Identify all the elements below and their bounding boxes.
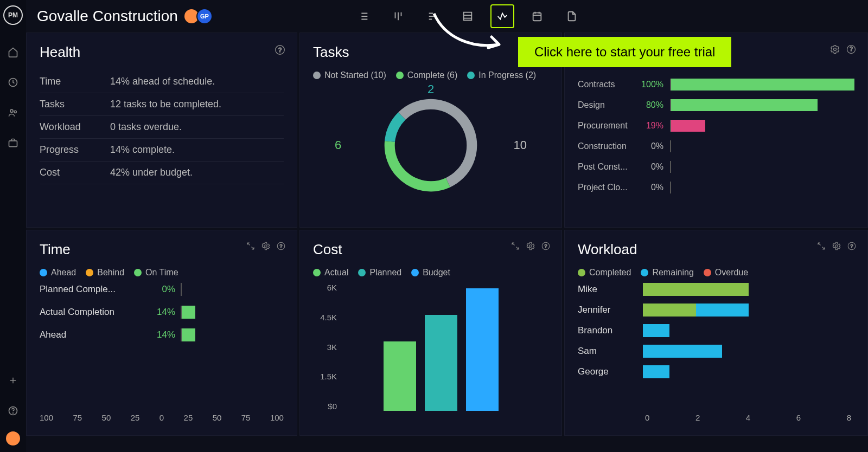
collaborator-avatars[interactable]: GP xyxy=(187,8,213,24)
workload-name: Jennifer xyxy=(578,305,643,315)
health-value: 42% under budget. xyxy=(110,167,193,178)
time-value: 14% xyxy=(148,307,175,318)
svg-text:?: ? xyxy=(850,46,853,52)
add-icon[interactable] xyxy=(2,370,24,391)
recent-icon[interactable] xyxy=(2,72,24,93)
expand-icon[interactable] xyxy=(816,241,826,251)
settings-icon[interactable] xyxy=(526,241,535,251)
legend-label: Behind xyxy=(97,268,124,277)
workload-name: George xyxy=(578,366,643,377)
legend-dot xyxy=(313,72,321,79)
workload-seg xyxy=(696,304,749,317)
settings-icon[interactable] xyxy=(832,241,841,251)
progress-name: Construction xyxy=(578,141,632,151)
progress-name: Procurement xyxy=(578,121,632,131)
workload-row: Jennifer xyxy=(578,304,854,317)
help-icon[interactable]: ? xyxy=(847,241,857,251)
progress-row: Post Const... 0% xyxy=(578,161,854,173)
legend-item[interactable]: Actual xyxy=(313,268,348,277)
workload-seg xyxy=(643,365,669,378)
progress-rows: Contracts 100% Design 80% Procurement 19… xyxy=(578,79,854,193)
home-icon[interactable] xyxy=(2,41,24,63)
settings-icon[interactable] xyxy=(261,241,271,251)
axis-tick: 25 xyxy=(131,413,140,422)
view-sheet-icon[interactable] xyxy=(456,4,480,28)
legend-item[interactable]: Not Started (10) xyxy=(313,70,386,80)
legend-dot xyxy=(40,269,47,276)
free-trial-cta[interactable]: Click here to start your free trial xyxy=(518,37,731,67)
time-name: Ahead xyxy=(40,330,148,340)
workload-row: Mike xyxy=(578,283,854,296)
legend-item[interactable]: Planned xyxy=(358,268,401,277)
legend-item[interactable]: Behind xyxy=(86,268,124,277)
legend-dot xyxy=(86,269,93,276)
legend-dot xyxy=(467,72,475,79)
axis-tick: 1.5K xyxy=(313,372,337,381)
workload-bar xyxy=(643,324,854,337)
workload-bar xyxy=(643,283,854,296)
card-title-tasks: Tasks xyxy=(313,44,548,61)
avatar-collaborator-2[interactable]: GP xyxy=(196,8,213,24)
view-list-icon[interactable] xyxy=(352,4,375,28)
tasks-donut-chart: 2 6 10 xyxy=(313,86,548,205)
dashboard-grid: Health ? Time14% ahead of schedule.Tasks… xyxy=(26,33,868,452)
app-logo[interactable]: PM xyxy=(3,5,23,25)
portfolio-icon[interactable] xyxy=(2,132,24,154)
legend-label: Planned xyxy=(369,268,401,277)
legend-item[interactable]: Completed xyxy=(578,268,631,277)
help-icon[interactable]: ? xyxy=(846,44,857,55)
legend-item[interactable]: In Progress (2) xyxy=(467,70,536,80)
time-name: Planned Comple... xyxy=(40,284,148,295)
svg-point-19 xyxy=(529,245,532,248)
legend-item[interactable]: Ahead xyxy=(40,268,76,277)
project-title: Govalle Construction xyxy=(37,8,178,25)
legend-item[interactable]: Budget xyxy=(411,268,450,277)
settings-icon[interactable] xyxy=(829,44,840,55)
help-icon[interactable] xyxy=(2,400,24,422)
view-gantt-icon[interactable] xyxy=(421,4,445,28)
expand-icon[interactable] xyxy=(510,241,520,251)
legend-item[interactable]: On Time xyxy=(134,268,178,277)
legend-item[interactable]: Overdue xyxy=(704,268,748,277)
help-icon[interactable]: ? xyxy=(276,241,286,251)
progress-bar xyxy=(670,79,854,91)
time-axis: 1007550250255075100 xyxy=(40,413,284,422)
axis-tick: 50 xyxy=(102,413,111,422)
top-bar: Govalle Construction GP xyxy=(26,0,868,33)
legend-item[interactable]: Complete (6) xyxy=(396,70,457,80)
card-title-health: Health xyxy=(40,44,284,61)
donut-label-left: 6 xyxy=(335,138,341,152)
help-icon[interactable]: ? xyxy=(541,241,551,251)
workload-row: Sam xyxy=(578,345,854,358)
legend-label: In Progress (2) xyxy=(478,70,536,80)
progress-bar xyxy=(670,140,854,152)
svg-point-13 xyxy=(834,48,837,51)
workload-row: George xyxy=(578,365,854,378)
time-value: 14% xyxy=(148,330,175,340)
progress-row: Design 80% xyxy=(578,99,854,111)
view-files-icon[interactable] xyxy=(560,4,584,28)
cost-chart: 6K4.5K3K1.5K$0 xyxy=(313,283,548,424)
progress-value: 0% xyxy=(639,162,663,172)
view-dashboard-icon[interactable] xyxy=(490,4,514,28)
time-row: Ahead 14% xyxy=(40,328,284,341)
team-icon[interactable] xyxy=(2,102,24,124)
svg-point-1 xyxy=(10,109,13,112)
workload-row: Brandon xyxy=(578,324,854,337)
svg-rect-7 xyxy=(533,13,541,21)
user-avatar[interactable] xyxy=(5,430,21,447)
axis-tick: 3K xyxy=(313,343,337,352)
progress-row: Procurement 19% xyxy=(578,120,854,132)
health-value: 0 tasks overdue. xyxy=(110,121,182,133)
workload-bar xyxy=(643,345,854,358)
expand-icon[interactable] xyxy=(246,241,256,251)
health-key: Workload xyxy=(40,121,110,133)
view-calendar-icon[interactable] xyxy=(525,4,549,28)
progress-value: 100% xyxy=(639,80,663,89)
svg-rect-6 xyxy=(464,12,472,21)
legend-dot xyxy=(358,269,366,276)
view-board-icon[interactable] xyxy=(386,4,410,28)
health-value: 14% ahead of schedule. xyxy=(110,76,215,87)
legend-item[interactable]: Remaining xyxy=(641,268,693,277)
help-icon[interactable]: ? xyxy=(274,44,286,56)
